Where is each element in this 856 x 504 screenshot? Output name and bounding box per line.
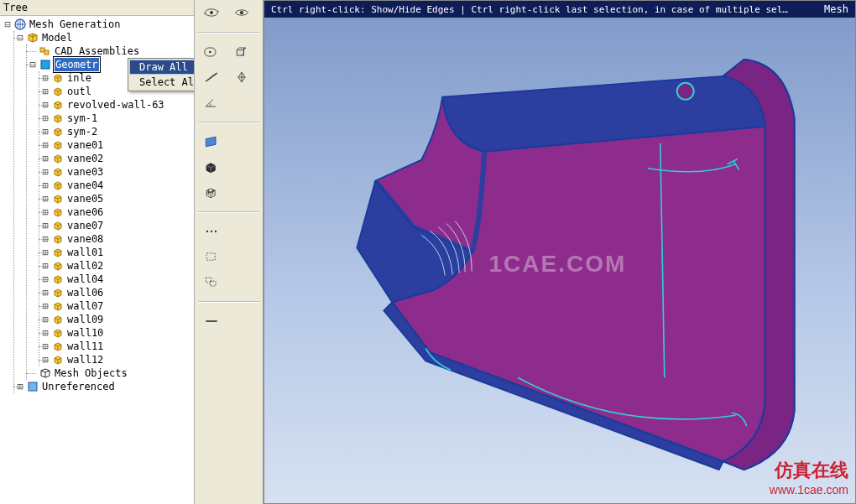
model-3d[interactable]: 1CAE.COM 仿真在线 www.1cae.com	[264, 18, 855, 503]
twisty-icon[interactable]: ⊞	[39, 205, 51, 219]
tree-item[interactable]: ⊞ wall04	[39, 273, 194, 286]
twisty-icon[interactable]: ⊞	[39, 71, 51, 85]
tree-meshobj-label[interactable]: Mesh Objects	[54, 366, 128, 380]
tree-item-label[interactable]: vane05	[66, 192, 104, 205]
tree-item-label[interactable]: vane08	[66, 232, 104, 246]
tree-item-label[interactable]: inle	[66, 71, 92, 85]
twisty-icon[interactable]: ⊞	[39, 299, 51, 313]
twisty-icon[interactable]: ⊞	[39, 313, 51, 326]
twisty-icon[interactable]: ⊞	[39, 232, 51, 246]
context-menu-item[interactable]: Draw All	[129, 60, 194, 75]
twisty-icon[interactable]: ⊞	[14, 380, 26, 393]
twisty-icon[interactable]: ⊞	[39, 286, 51, 299]
twisty-icon[interactable]: ⊞	[39, 353, 51, 366]
part-icon	[51, 340, 65, 353]
tree-item-label[interactable]: wall12	[66, 353, 104, 366]
tree-item[interactable]: ⊞ wall12	[39, 353, 194, 366]
volume-icon[interactable]	[201, 158, 222, 176]
tree-item[interactable]: ⊞ sym-2	[39, 125, 194, 138]
twisty-icon[interactable]: ⊞	[39, 259, 51, 273]
tree-item[interactable]: ⊞ vane04	[39, 179, 194, 192]
tree-item[interactable]: ⊞ revolved-wall-63	[39, 98, 194, 112]
svg-point-13	[206, 231, 208, 232]
tree-item[interactable]: ⊞ wall07	[39, 299, 194, 313]
twisty-icon[interactable]: ⊞	[39, 179, 51, 192]
tree-item-label[interactable]: vane04	[66, 179, 104, 192]
tree-item-label[interactable]: revolved-wall-63	[66, 98, 165, 112]
tree-unreferenced-label[interactable]: Unreferenced	[41, 380, 116, 393]
drag-icon[interactable]	[201, 312, 222, 330]
crosshair-icon[interactable]	[232, 68, 252, 86]
tree-item-label[interactable]: vane07	[66, 219, 104, 232]
tree-item[interactable]: ⊞ wall11	[39, 340, 194, 353]
tree-item-label[interactable]: wall01	[66, 246, 104, 259]
twisty-icon[interactable]: ⊞	[39, 219, 51, 232]
select-box2-icon[interactable]	[201, 273, 222, 291]
tree-item-label[interactable]: vane01	[66, 138, 104, 152]
twisty-icon[interactable]: ⊞	[39, 273, 51, 286]
tree-item[interactable]: ⊞ wall10	[39, 326, 194, 340]
tree-item[interactable]: ⊞ sym-1	[39, 112, 194, 125]
mesh-icon[interactable]	[201, 183, 222, 201]
orbit-icon[interactable]	[201, 3, 222, 22]
nodes-icon[interactable]	[201, 222, 222, 241]
twisty-icon[interactable]: ⊟	[14, 31, 26, 44]
tree-item-label[interactable]: vane03	[66, 165, 104, 179]
angle-icon[interactable]	[201, 93, 222, 112]
tree-item-label[interactable]: sym-1	[66, 112, 98, 125]
twisty-icon[interactable]: ⊞	[39, 85, 51, 98]
tree-body[interactable]: ⊟ Mesh Generation ⊟ Model CAD As	[0, 16, 194, 504]
twisty-icon[interactable]: ⊞	[39, 192, 51, 205]
tree-item[interactable]: ⊞ vane02	[39, 152, 194, 165]
twisty-icon[interactable]: ⊞	[39, 246, 51, 259]
tree-item[interactable]: ⊞ wall09	[39, 313, 194, 326]
tree-item[interactable]: ⊞ wall06	[39, 286, 194, 299]
tree-item-label[interactable]: wall06	[66, 286, 104, 299]
part-icon	[51, 354, 65, 366]
tree-item-label[interactable]: wall09	[66, 313, 104, 326]
tree-item[interactable]: ⊞ vane03	[39, 165, 194, 179]
tree-item-label[interactable]: wall11	[66, 340, 104, 353]
edge-icon[interactable]	[201, 68, 222, 86]
tree-item-label[interactable]: sym-2	[66, 125, 98, 138]
twisty-icon[interactable]: ⊞	[39, 125, 51, 138]
tree-item-label[interactable]: outl	[66, 85, 92, 98]
twisty-icon[interactable]: ⊞	[39, 138, 51, 152]
tree-model-label[interactable]: Model	[41, 31, 73, 44]
eye-icon[interactable]	[232, 3, 252, 22]
tree-item-label[interactable]: wall04	[66, 273, 104, 286]
tree-item[interactable]: ⊞ vane08	[39, 232, 194, 246]
twisty-icon[interactable]: ⊞	[39, 326, 51, 340]
twisty-icon[interactable]: ⊞	[39, 340, 51, 353]
twisty-icon[interactable]: ⊞	[39, 112, 51, 125]
svg-line-10	[206, 73, 217, 81]
tree-item-label[interactable]: wall07	[66, 299, 104, 313]
body-icon[interactable]	[232, 43, 252, 61]
tree-item-label[interactable]: wall02	[66, 259, 104, 273]
tree-item-label[interactable]: vane02	[66, 152, 104, 165]
part-icon	[51, 179, 65, 192]
tree-item[interactable]: ⊞ wall02	[39, 259, 194, 273]
twisty-icon[interactable]: ⊞	[39, 165, 51, 179]
twisty-icon[interactable]: ⊞	[39, 152, 51, 165]
tree-item-label[interactable]: vane06	[66, 205, 104, 219]
twisty-icon[interactable]: ⊟	[2, 18, 13, 31]
select-box-icon[interactable]	[201, 247, 222, 266]
tree-item[interactable]: ⊞ vane05	[39, 192, 194, 205]
tree-item[interactable]: ⊞ vane06	[39, 205, 194, 219]
context-menu-item[interactable]: Select All	[129, 75, 194, 90]
tree-cad-label[interactable]: CAD Assemblies	[54, 44, 140, 58]
tree-geometry-label[interactable]: Geometr	[54, 57, 100, 72]
surface-icon[interactable]	[201, 132, 222, 151]
tree-item[interactable]: ⊞ wall01	[39, 246, 194, 259]
twisty-icon[interactable]: ⊞	[39, 98, 51, 112]
tree-item-label[interactable]: wall10	[66, 326, 104, 340]
tree-root-label[interactable]: Mesh Generation	[29, 18, 121, 31]
tree-item[interactable]: ⊞ vane01	[39, 138, 194, 152]
tree-item[interactable]: ⊞ vane07	[39, 219, 194, 232]
context-menu[interactable]: Draw AllSelect All	[128, 58, 194, 91]
mesh-objects-icon	[39, 367, 52, 380]
viewport[interactable]: Ctrl right-click: Show/Hide Edges | Ctrl…	[264, 0, 856, 504]
point-icon[interactable]	[201, 43, 222, 61]
twisty-icon[interactable]: ⊟	[27, 58, 39, 71]
